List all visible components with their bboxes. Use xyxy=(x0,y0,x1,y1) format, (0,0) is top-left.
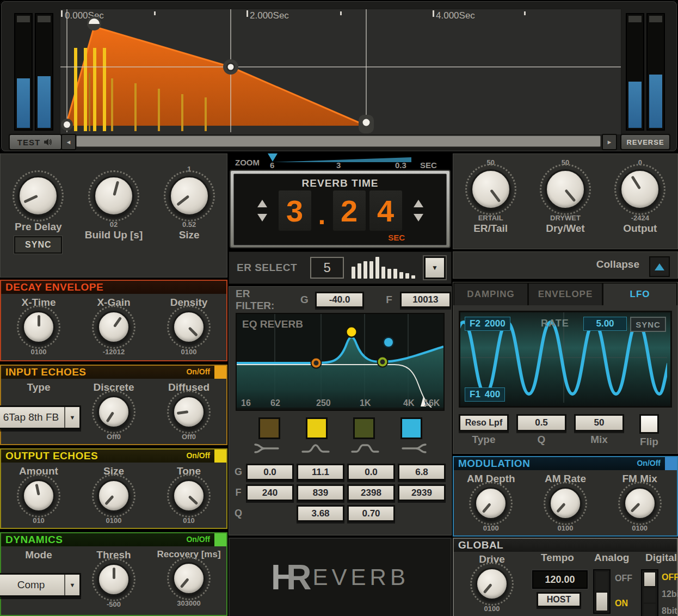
band4-freq-field[interactable]: 2939 xyxy=(398,484,446,501)
scroll-left-button[interactable]: ◄ xyxy=(61,134,76,150)
reverb-time-digit[interactable]: 3 xyxy=(279,190,311,231)
eq-band1-button[interactable] xyxy=(258,417,280,439)
band2-freq-field[interactable]: 839 xyxy=(297,484,344,501)
host-button[interactable]: HOST xyxy=(537,592,581,607)
er-select-value[interactable]: 5 xyxy=(310,257,344,279)
er-tail-label: ER/Tail xyxy=(473,223,508,235)
am-depth-knob[interactable] xyxy=(474,487,507,520)
fm-mix-knob[interactable] xyxy=(624,487,656,520)
dynamics-toggle[interactable] xyxy=(214,533,226,546)
input-type-dropdown[interactable]: 6Tap 8th FB ▼ xyxy=(0,405,81,429)
reverb-time-unit: SEC xyxy=(388,233,405,242)
drive-group: Drive 0100 xyxy=(456,553,528,613)
f1-label: F1 xyxy=(470,389,480,400)
eq-band3-button[interactable] xyxy=(353,417,375,439)
am-rate-knob[interactable] xyxy=(549,487,582,520)
zoom-slider-track[interactable] xyxy=(272,157,411,162)
digital-toggle[interactable] xyxy=(641,569,658,616)
dynamics-mode-dropdown[interactable]: Comp ▼ xyxy=(0,573,81,597)
lfo-f1-field[interactable]: F1 400 xyxy=(465,387,505,402)
f2-label: F2 xyxy=(470,318,480,329)
dropdown-arrow-icon: ▼ xyxy=(64,407,79,428)
test-button[interactable]: TEST xyxy=(9,134,62,150)
dry-wet-knob[interactable] xyxy=(545,169,585,210)
reverb-time-spinner-right[interactable] xyxy=(414,200,423,221)
eq-band-buttons xyxy=(229,417,451,439)
eq-freq-1k: 1K xyxy=(360,398,371,408)
lfo-flip-toggle[interactable] xyxy=(639,414,659,434)
timeline-scrollbar[interactable] xyxy=(76,135,601,147)
reverb-envelope-graph[interactable]: 0.000Sec 2.000Sec 4.000Sec xyxy=(60,9,621,135)
band1-freq-field[interactable]: 240 xyxy=(246,484,294,501)
size-knob[interactable] xyxy=(169,176,209,216)
pre-delay-label: Pre Delay xyxy=(15,221,62,233)
reverb-time-digit[interactable]: 4 xyxy=(369,190,402,231)
knob-cap xyxy=(624,487,656,520)
tab-lfo[interactable]: LFO xyxy=(603,284,676,305)
band3-q-field[interactable]: 0.70 xyxy=(347,505,395,522)
density-knob[interactable] xyxy=(172,311,205,343)
input-echoes-onoff-label: On/Off xyxy=(186,367,210,376)
band2-gain-field[interactable]: 11.1 xyxy=(297,464,344,481)
collapse-button[interactable] xyxy=(649,256,670,277)
eq-band4-button[interactable] xyxy=(400,417,422,439)
lfo-q-field[interactable]: 0.5 xyxy=(516,414,566,432)
tone-knob[interactable] xyxy=(172,479,205,512)
discrete-knob[interactable] xyxy=(97,396,130,428)
scroll-right-button[interactable]: ► xyxy=(602,134,617,150)
global-header: GLOBAL xyxy=(454,539,677,552)
knob-cap xyxy=(172,479,205,512)
modulation-toggle[interactable] xyxy=(665,457,677,470)
eq-band2-button[interactable] xyxy=(306,417,328,439)
input-type-value: 6Tap 8th FB xyxy=(0,407,64,428)
er-select-dropdown-button[interactable]: ▼ xyxy=(424,256,446,279)
band3-gain-field[interactable]: 0.0 xyxy=(347,464,395,481)
er-filter-g-label: G xyxy=(300,294,309,306)
lfo-type-dropdown[interactable]: Reso Lpf xyxy=(459,414,509,432)
eq-reverb-graph[interactable]: EQ REVERB xyxy=(236,313,445,411)
build-up-knob[interactable] xyxy=(94,176,134,216)
tempo-value-display[interactable]: 120.00 xyxy=(532,570,588,589)
er-filter-freq-field[interactable]: 10013 xyxy=(400,292,451,308)
reverb-time-spinner-left[interactable] xyxy=(257,200,267,221)
er-select-label: ER SELECT xyxy=(237,262,297,274)
tab-envelope[interactable]: ENVELOPE xyxy=(529,284,602,305)
drive-knob[interactable] xyxy=(476,568,508,600)
band3-freq-field[interactable]: 2398 xyxy=(347,484,395,501)
spin-down-icon xyxy=(414,214,423,221)
knob-cap xyxy=(22,311,55,343)
analog-toggle[interactable] xyxy=(593,569,611,614)
x-gain-knob[interactable] xyxy=(97,311,130,343)
output-knob[interactable] xyxy=(620,169,660,210)
band4-gain-field[interactable]: 6.8 xyxy=(398,464,446,481)
diffused-knob[interactable] xyxy=(172,396,205,428)
band1-gain-field[interactable]: 0.0 xyxy=(246,464,294,481)
recovery-knob[interactable] xyxy=(172,562,205,595)
dynamics-onoff-label: On/Off xyxy=(186,535,210,544)
lfo-f2-field[interactable]: F2 2000 xyxy=(465,317,510,331)
input-echoes-toggle[interactable] xyxy=(214,366,226,379)
decay-envelope-title: DECAY ENVELOPE xyxy=(5,281,103,293)
x-time-knob[interactable] xyxy=(22,311,55,343)
er-filter-gain-field[interactable]: -40.0 xyxy=(315,292,364,308)
size-group: 1 0.52 Size xyxy=(153,165,225,241)
output-size-knob[interactable] xyxy=(97,479,130,512)
pre-delay-knob[interactable] xyxy=(18,176,58,216)
amount-knob[interactable] xyxy=(22,479,55,512)
tab-damping[interactable]: DAMPING xyxy=(454,284,527,305)
er-tail-knob[interactable] xyxy=(471,169,511,210)
thresh-knob[interactable] xyxy=(97,563,130,596)
reverse-button[interactable]: REVERSE xyxy=(620,134,670,150)
lfo-mix-field[interactable]: 50 xyxy=(574,414,624,432)
recovery-group: Recovery [ms] 303000 xyxy=(153,549,225,607)
reverb-time-digit[interactable]: 2 xyxy=(333,190,366,231)
lfo-display[interactable]: F2 2000 RATE 5.00 SYNC F1 400 xyxy=(459,311,672,408)
band2-q-field[interactable]: 3.68 xyxy=(297,505,344,522)
input-echoes-header: INPUT ECHOES On/Off xyxy=(1,366,226,379)
zoom-label: ZOOM xyxy=(235,158,260,167)
lfo-rate-field[interactable]: 5.00 xyxy=(583,317,627,331)
sync-button[interactable]: SYNC xyxy=(14,236,62,254)
lfo-sync-button[interactable]: SYNC xyxy=(630,317,666,332)
build-up-label: Build Up [s] xyxy=(85,229,143,241)
output-echoes-toggle[interactable] xyxy=(214,449,226,463)
